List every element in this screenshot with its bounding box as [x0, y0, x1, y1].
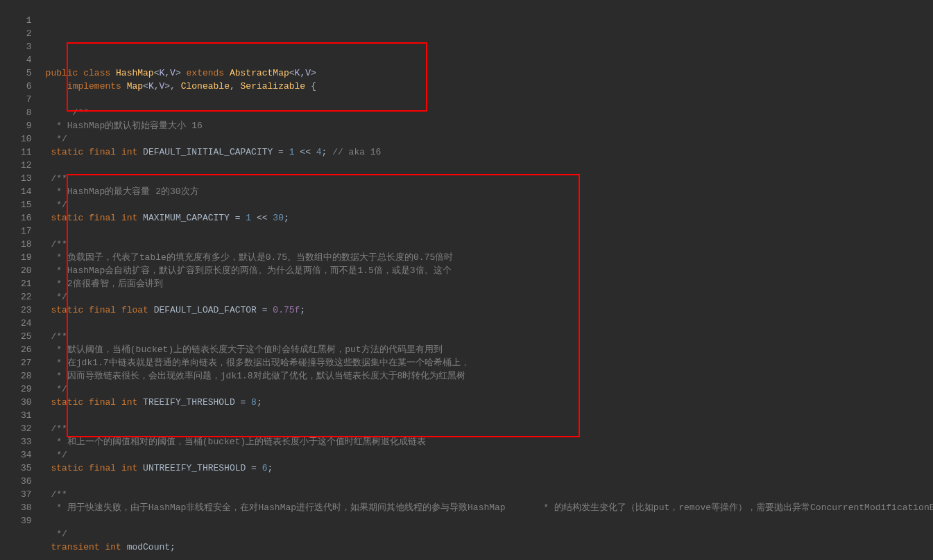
- code-line: [46, 409, 933, 422]
- line-number: 37: [21, 488, 32, 501]
- code-content: public class HashMap<K,V> extends Abstra…: [46, 14, 933, 560]
- code-line: * HashMap的默认初始容量大小 16: [46, 119, 933, 132]
- token-plain: {: [305, 81, 316, 91]
- code-line: [46, 554, 933, 560]
- token-kw: final: [89, 213, 116, 223]
- line-number: 22: [21, 290, 32, 304]
- token-cmt: * 默认阈值，当桶(bucket)上的链表长度大于这个值时会转成红黑树，put方…: [46, 344, 443, 355]
- token-kw: int: [121, 463, 137, 473]
- token-cmt: * 负载因子，代表了table的填充度有多少，默认是0.75。当数组中的数据大于…: [46, 252, 454, 263]
- line-number: 20: [21, 264, 32, 277]
- line-number: 18: [21, 238, 32, 251]
- token-kw: implements: [67, 81, 121, 91]
- line-number: 23: [21, 304, 32, 317]
- token-kw: final: [89, 463, 116, 473]
- token-kw: final: [89, 397, 116, 408]
- line-number: 33: [21, 435, 32, 448]
- line-number-gutter: 1234567891011121314151617181920212223242…: [21, 14, 46, 560]
- code-line: /**: [46, 106, 933, 119]
- line-number: 1: [21, 14, 32, 27]
- line-number: 10: [21, 132, 32, 146]
- code-line: [46, 514, 933, 527]
- line-number: 3: [21, 40, 32, 53]
- token-cmt: * HashMap的最大容量 2的30次方: [46, 186, 199, 197]
- token-cls: Cloneable: [181, 81, 230, 91]
- code-line: * 和上一个的阈值相对的阈值，当桶(bucket)上的链表长度小于这个值时红黑树…: [46, 435, 933, 448]
- line-number: 2: [21, 27, 32, 40]
- token-plain: [116, 147, 121, 157]
- line-number: 11: [21, 146, 32, 159]
- token-plain: ;: [300, 305, 305, 315]
- code-line: implements Map<K,V>, Cloneable, Serializ…: [46, 80, 933, 93]
- line-number: 19: [21, 251, 32, 264]
- code-line: static final int DEFAULT_INITIAL_CAPACIT…: [46, 146, 933, 159]
- line-number: 26: [21, 343, 32, 356]
- token-kw: int: [121, 397, 137, 408]
- token-plain: [83, 147, 89, 157]
- code-line: * 在jdk1.7中链表就是普通的单向链表，很多数据出现哈希碰撞导致这些数据集中…: [46, 356, 933, 369]
- line-number: 38: [21, 501, 32, 514]
- token-cmt: * 和上一个的阈值相对的阈值，当桶(bucket)上的链表长度小于这个值时红黑树…: [46, 437, 427, 447]
- token-plain: [116, 305, 121, 315]
- line-number: 31: [21, 409, 32, 422]
- token-kw: float: [121, 305, 148, 315]
- token-plain: DEFAULT_INITIAL_CAPACITY =: [137, 147, 289, 157]
- token-cmt: // aka 16: [332, 147, 381, 157]
- token-cls: HashMap: [116, 68, 154, 78]
- token-cmt: * HashMap的默认初始容量大小 16: [46, 121, 203, 131]
- token-cmt: */: [46, 384, 67, 394]
- line-number: 13: [21, 172, 32, 185]
- code-line: [46, 225, 933, 238]
- code-line: * HashMap会自动扩容，默认扩容到原长度的两倍。为什么是两倍，而不是1.5…: [46, 264, 933, 277]
- code-line: [46, 317, 933, 330]
- line-number: 16: [21, 211, 32, 225]
- token-plain: MAXIMUM_CAPACITY =: [137, 213, 246, 223]
- token-plain: ;: [322, 147, 333, 157]
- code-line: */: [46, 383, 933, 396]
- line-number: 24: [21, 317, 32, 330]
- token-kw: class: [83, 68, 110, 78]
- code-line: * 默认阈值，当桶(bucket)上的链表长度大于这个值时会转成红黑树，put方…: [46, 343, 933, 356]
- token-cmt: */: [46, 450, 67, 460]
- code-line: */: [46, 198, 933, 211]
- token-cmt: */: [46, 134, 67, 144]
- code-line: */: [46, 527, 933, 541]
- code-line: /**: [46, 238, 933, 251]
- token-plain: [46, 81, 67, 91]
- token-numf: 0.75f: [273, 305, 300, 315]
- token-plain: [83, 305, 89, 315]
- token-type: V: [305, 68, 311, 78]
- token-num: 4: [316, 147, 322, 157]
- token-kw: static: [51, 147, 83, 157]
- token-plain: ;: [284, 213, 289, 223]
- line-number: 15: [21, 198, 32, 211]
- token-kw: int: [121, 147, 137, 157]
- token-plain: [46, 410, 51, 421]
- line-number: 29: [21, 383, 32, 396]
- token-plain: [116, 213, 121, 223]
- line-number: 14: [21, 185, 32, 198]
- line-number: 39: [21, 514, 32, 527]
- line-number: 36: [21, 475, 32, 488]
- code-line: static final float DEFAULT_LOAD_FACTOR =…: [46, 304, 933, 317]
- token-plain: [46, 226, 51, 236]
- token-plain: TREEIFY_THRESHOLD =: [137, 397, 251, 408]
- line-number: 8: [21, 106, 32, 119]
- code-line: /**: [46, 422, 933, 435]
- token-plain: [46, 516, 51, 526]
- token-cls: Map: [127, 81, 143, 91]
- token-num: 30: [273, 213, 284, 223]
- code-line: * 用于快速失败，由于HashMap非线程安全，在对HashMap进行迭代时，如…: [46, 501, 933, 514]
- code-line: public class HashMap<K,V> extends Abstra…: [46, 67, 933, 80]
- token-cmt: /**: [46, 423, 67, 434]
- token-plain: ,: [154, 81, 160, 91]
- line-number: 25: [21, 330, 32, 343]
- token-plain: [46, 555, 51, 560]
- token-num: 6: [262, 463, 268, 473]
- code-line: */: [46, 290, 933, 304]
- line-number: 27: [21, 356, 32, 369]
- token-kw: static: [51, 397, 83, 408]
- token-plain: ,: [164, 68, 170, 78]
- token-plain: <<: [295, 147, 316, 157]
- code-line: [46, 93, 933, 106]
